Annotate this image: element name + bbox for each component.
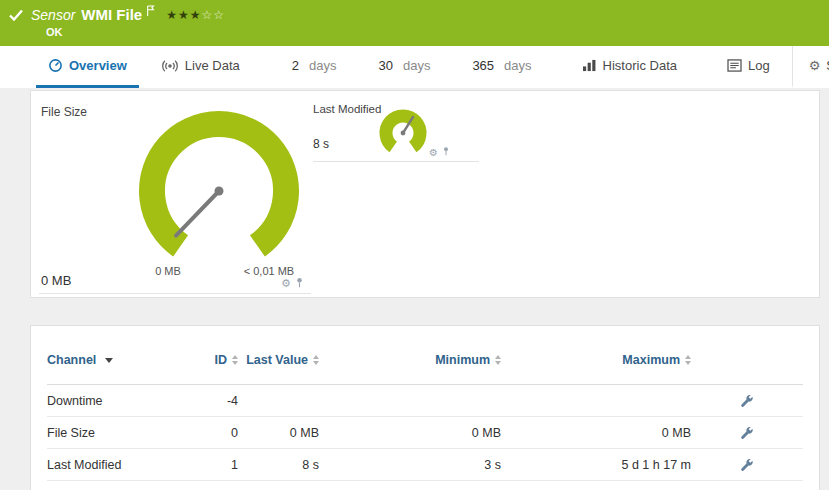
last-value-column-header[interactable]: Last Value xyxy=(238,353,319,367)
tab-settings[interactable]: ⚙ Settings xyxy=(792,46,829,88)
tab-live-data-label: Live Data xyxy=(185,58,240,73)
tab-bar: Overview Live Data 2 days 30 days 365 da… xyxy=(0,46,829,88)
flag-icon[interactable] xyxy=(146,3,156,21)
tab-30-days-unit: days xyxy=(403,58,430,73)
file-size-gauge: 0 MB < 0,01 MB xyxy=(109,99,329,295)
tab-365-days-unit: days xyxy=(504,58,531,73)
tab-log[interactable]: Log xyxy=(715,46,782,88)
channel-table-panel: Channel ID Last Value Minimum Maximum xyxy=(30,325,820,490)
id-column-header[interactable]: ID xyxy=(197,353,238,367)
file-size-gauge-chart xyxy=(109,99,329,263)
channel-id: 1 xyxy=(197,458,238,472)
gauges-panel: File Size 0 MB < 0,01 MB 0 MB ⚙ Last xyxy=(30,90,820,298)
pin-icon[interactable] xyxy=(296,277,303,290)
last-modified-gauge-value: 8 s xyxy=(313,137,329,151)
gauge-divider xyxy=(39,293,311,294)
tab-live-data[interactable]: Live Data xyxy=(149,46,252,88)
tab-30-days[interactable]: 30 days xyxy=(366,46,442,88)
tab-historic-data[interactable]: Historic Data xyxy=(570,46,689,88)
historic-data-icon xyxy=(582,59,597,72)
content-area: File Size 0 MB < 0,01 MB 0 MB ⚙ Last xyxy=(0,88,829,490)
maximum-column-header[interactable]: Maximum xyxy=(501,353,691,367)
tab-30-days-number: 30 xyxy=(378,58,392,73)
channel-name: Last Modified xyxy=(47,458,197,472)
wrench-icon[interactable] xyxy=(740,426,754,440)
sort-icon xyxy=(685,355,691,365)
gear-icon[interactable]: ⚙ xyxy=(281,277,291,290)
channel-id: 0 xyxy=(197,426,238,440)
tab-overview[interactable]: Overview xyxy=(36,46,139,88)
maximum-header-label: Maximum xyxy=(622,353,680,367)
tab-2-days-number: 2 xyxy=(292,58,299,73)
tab-historic-data-label: Historic Data xyxy=(603,58,677,73)
wrench-icon[interactable] xyxy=(740,458,754,472)
wrench-icon[interactable] xyxy=(740,394,754,408)
sensor-kind-label: Sensor xyxy=(31,7,75,23)
tab-log-label: Log xyxy=(748,58,770,73)
channel-maximum: 5 d 1 h 17 m xyxy=(501,458,691,472)
id-header-label: ID xyxy=(215,353,228,367)
log-icon xyxy=(727,59,742,72)
tab-2-days[interactable]: 2 days xyxy=(280,46,349,88)
tab-365-days-number: 365 xyxy=(472,58,494,73)
overview-icon xyxy=(48,58,63,73)
channel-table-header: Channel ID Last Value Minimum Maximum xyxy=(47,336,803,385)
table-row: Downtime -4 xyxy=(47,385,803,417)
channel-column-header[interactable]: Channel xyxy=(47,353,197,367)
sensor-header: Sensor WMI File ★★★☆☆ OK xyxy=(0,0,829,46)
star-empty-icons[interactable]: ☆☆ xyxy=(201,8,225,22)
chevron-down-icon xyxy=(105,358,113,363)
tab-365-days[interactable]: 365 days xyxy=(460,46,543,88)
sensor-page: Sensor WMI File ★★★☆☆ OK Overview Live D… xyxy=(0,0,829,490)
live-data-icon xyxy=(161,59,179,73)
minimum-header-label: Minimum xyxy=(435,353,490,367)
channel-minimum: 0 MB xyxy=(319,426,501,440)
channel-last-value: 8 s xyxy=(238,458,319,472)
minimum-column-header[interactable]: Minimum xyxy=(319,353,501,367)
gear-icon[interactable]: ⚙ xyxy=(429,147,438,158)
sensor-name: WMI File xyxy=(81,6,142,23)
status-badge: OK xyxy=(46,26,819,38)
channel-header-label: Channel xyxy=(47,353,96,367)
last-modified-gauge-actions: ⚙ xyxy=(429,146,449,158)
channel-maximum: 0 MB xyxy=(501,426,691,440)
last-modified-gauge xyxy=(371,109,435,163)
priority-stars[interactable]: ★★★☆☆ xyxy=(166,9,225,21)
pin-icon[interactable] xyxy=(443,146,449,158)
last-modified-gauge-chart xyxy=(371,109,435,159)
ok-check-icon xyxy=(8,7,24,23)
channel-name: File Size xyxy=(47,426,197,440)
channel-minimum: 3 s xyxy=(319,458,501,472)
file-size-gauge-title: File Size xyxy=(41,105,87,119)
last-value-header-label: Last Value xyxy=(246,353,308,367)
star-filled-icons[interactable]: ★★★ xyxy=(166,8,201,22)
tab-overview-label: Overview xyxy=(69,58,127,73)
last-modified-gauge-block: Last Modified 8 s ⚙ xyxy=(313,103,479,162)
channel-name: Downtime xyxy=(47,394,197,408)
file-size-gauge-min: 0 MB xyxy=(133,265,203,277)
file-size-gauge-actions: ⚙ xyxy=(281,277,303,290)
channel-id: -4 xyxy=(197,394,238,408)
tab-2-days-unit: days xyxy=(309,58,336,73)
file-size-gauge-value: 0 MB xyxy=(41,273,71,288)
file-size-gauge-max: < 0,01 MB xyxy=(221,265,317,277)
channel-last-value: 0 MB xyxy=(238,426,319,440)
table-row: File Size 0 0 MB 0 MB 0 MB xyxy=(47,417,803,449)
table-row: Last Modified 1 8 s 3 s 5 d 1 h 17 m xyxy=(47,449,803,481)
gear-icon: ⚙ xyxy=(809,59,821,72)
